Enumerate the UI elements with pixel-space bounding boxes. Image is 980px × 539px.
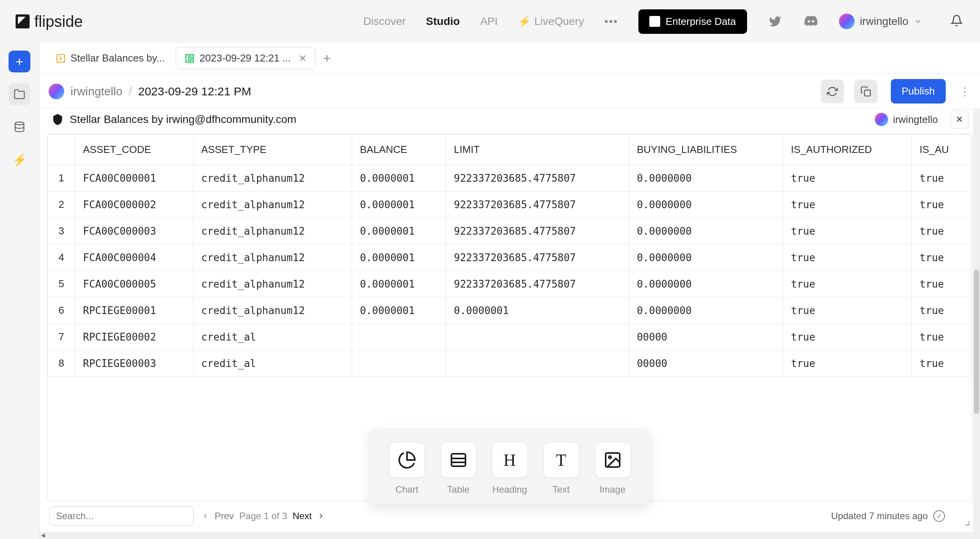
column-header[interactable]: LIMIT (446, 135, 629, 165)
enterprise-button[interactable]: Enterprise Data (638, 9, 747, 34)
table-cell: 0.0000001 (352, 271, 446, 297)
table-cell: true (783, 324, 911, 350)
search-input[interactable] (49, 506, 194, 526)
panel-close-button[interactable]: ✕ (950, 111, 968, 128)
table-cell: true (911, 350, 971, 377)
check-icon: ✓ (933, 510, 945, 522)
nav-more-icon[interactable]: ••• (604, 15, 618, 28)
tab-query[interactable]: Stellar Balances by... (47, 47, 173, 69)
table-cell: true (911, 297, 971, 324)
refresh-button[interactable] (821, 80, 844, 103)
panel-author[interactable]: irwingtello (875, 113, 938, 126)
resize-handle-icon[interactable] (961, 516, 970, 526)
updated-label: Updated 7 minutes ago (831, 511, 928, 521)
chevron-left-icon[interactable] (201, 512, 209, 520)
table-cell: credit_al (193, 350, 352, 377)
table-cell: 00000 (629, 324, 783, 350)
database-button[interactable] (9, 116, 30, 138)
nav-studio[interactable]: Studio (426, 15, 460, 28)
table-cell: 0.0000001 (446, 297, 629, 324)
bell-icon[interactable] (950, 14, 964, 28)
table-cell: 7 (48, 324, 75, 350)
discord-icon[interactable] (803, 14, 819, 29)
table-cell: 0.0000001 (352, 165, 446, 191)
table-cell: 0.0000001 (352, 297, 446, 324)
text-icon: T (556, 450, 566, 470)
insert-chart-button[interactable]: Chart (389, 442, 425, 495)
bolt-button[interactable]: ⚡ (9, 149, 30, 170)
table-cell: credit_alphanum12 (193, 218, 352, 244)
column-header[interactable]: BUYING_LIABILITIES (629, 135, 783, 165)
insert-toolbar: Chart Table H Heading T Text (369, 428, 650, 505)
table-row[interactable]: 1FCA00C000001credit_alphanum120.00000019… (48, 165, 972, 191)
table-cell: 0.0000000 (629, 165, 783, 191)
breadcrumb-user[interactable]: irwingtello (71, 85, 122, 98)
table-cell: 0.0000000 (629, 271, 783, 297)
column-header[interactable]: ASSET_TYPE (193, 135, 352, 165)
table-row[interactable]: 2FCA00C000002credit_alphanum120.00000019… (48, 191, 972, 218)
table-cell: 6 (48, 297, 75, 324)
nav-discover[interactable]: Discover (363, 15, 406, 28)
table-icon (449, 451, 468, 469)
logo[interactable]: flipside (16, 13, 83, 30)
svg-rect-6 (451, 454, 465, 466)
column-header[interactable]: BALANCE (352, 135, 446, 165)
next-button[interactable]: Next (293, 511, 312, 521)
close-icon[interactable]: ✕ (299, 53, 307, 64)
insert-text-button[interactable]: T Text (543, 442, 579, 495)
breadcrumb-title: 2023-09-29 12:21 PM (138, 85, 251, 98)
tab-dashboard[interactable]: 2023-09-29 12:21 ... ✕ (176, 47, 315, 69)
prev-button[interactable]: Prev (215, 511, 234, 521)
publish-button[interactable]: Publish (891, 79, 946, 104)
folder-button[interactable] (9, 83, 30, 105)
column-header[interactable]: ASSET_CODE (75, 135, 194, 165)
table-row[interactable]: 8RPCIEGE00003credit_al00000truetrue (48, 350, 972, 377)
table-cell: 0.0000000 (629, 244, 783, 271)
table-cell: FCA00C000002 (75, 191, 194, 218)
twitter-icon[interactable] (767, 14, 783, 29)
table-row[interactable]: 3FCA00C000003credit_alphanum120.00000019… (48, 218, 972, 244)
chevron-down-icon (914, 17, 922, 26)
new-button[interactable]: + (9, 51, 30, 72)
table-cell (446, 350, 629, 377)
insert-heading-button[interactable]: H Heading (492, 442, 528, 495)
table-cell (352, 350, 446, 377)
add-tab-button[interactable]: + (323, 51, 331, 66)
nav-livequery-label: LiveQuery (534, 15, 584, 28)
svg-rect-3 (190, 54, 194, 58)
table-cell: 0.0000000 (629, 297, 783, 324)
horizontal-scrollbar[interactable] (39, 532, 980, 539)
insert-image-button[interactable]: Image (595, 442, 631, 495)
table-cell: true (783, 191, 911, 218)
nav-api[interactable]: API (480, 15, 498, 28)
copy-button[interactable] (854, 80, 878, 103)
table-cell: FCA00C000005 (75, 271, 194, 297)
more-icon[interactable]: ⋮ (959, 84, 971, 98)
nav-livequery[interactable]: ⚡ LiveQuery (518, 15, 584, 28)
image-icon (603, 451, 622, 469)
table-row[interactable]: 4FCA00C000004credit_alphanum120.00000019… (48, 244, 972, 271)
table-row[interactable]: 5FCA00C000005credit_alphanum120.00000019… (48, 271, 972, 297)
table-cell (352, 324, 446, 350)
updated-status: Updated 7 minutes ago ✓ (831, 510, 945, 522)
table-cell: true (783, 350, 911, 377)
insert-table-button[interactable]: Table (441, 442, 476, 495)
table-row[interactable]: 7RPCIEGE00002credit_al00000truetrue (48, 324, 972, 350)
user-menu[interactable]: irwingtello (839, 14, 923, 29)
column-header[interactable]: IS_AU (911, 135, 971, 165)
table-cell: credit_alphanum12 (193, 297, 352, 324)
vertical-scrollbar[interactable] (973, 109, 980, 532)
column-header[interactable]: IS_AUTHORIZED (783, 135, 911, 165)
table-cell (446, 324, 629, 350)
table-row[interactable]: 6RPCIEGE00001credit_alphanum120.00000010… (48, 297, 972, 324)
chevron-right-icon[interactable] (317, 512, 325, 520)
table-cell: credit_alphanum12 (193, 165, 352, 191)
table-cell: true (911, 271, 971, 297)
column-header[interactable] (48, 135, 75, 165)
tab-bar: Stellar Balances by... 2023-09-29 12:21 … (39, 43, 980, 74)
refresh-icon (827, 86, 838, 97)
cube-icon (649, 16, 660, 27)
svg-rect-5 (864, 90, 870, 96)
bolt-icon: ⚡ (518, 16, 531, 28)
table-cell: true (911, 244, 971, 271)
